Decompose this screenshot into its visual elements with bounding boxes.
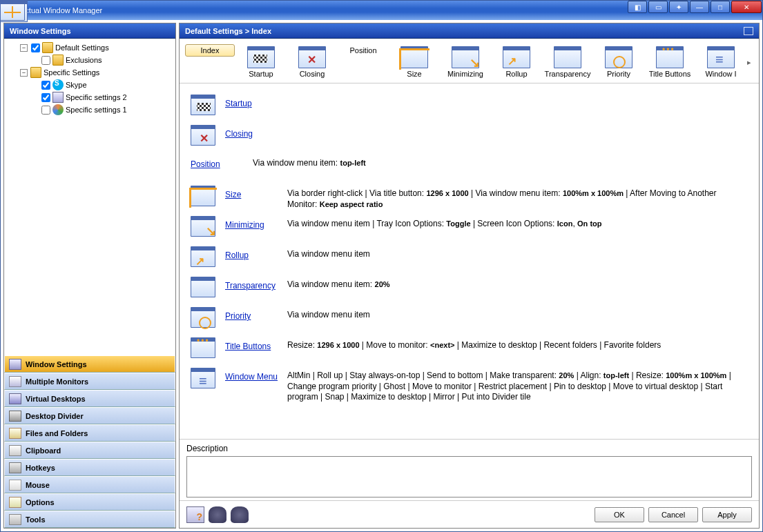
index-desc [287,125,748,128]
index-row: MinimizingVia window menu item | Tray Ic… [191,216,748,241]
index-link-rollup[interactable]: Rollup [225,246,287,260]
index-desc: AltMin | Roll up | Stay always-on-top | … [287,368,748,403]
apply-button[interactable]: Apply [702,507,752,522]
index-row: RollupVia window menu item [191,246,748,271]
tool-window-i[interactable]: Window I [696,44,746,80]
index-row: SizeVia border right-click | Via title b… [191,186,748,210]
tool-label: Window I [705,70,736,78]
ok-button[interactable]: OK [595,507,644,522]
index-list[interactable]: StartupClosingPositionVia window menu it… [180,83,759,439]
index-link-closing[interactable]: Closing [225,125,287,139]
index-row: PositionVia window menu item: top-left [191,155,748,180]
tb-extra-1[interactable]: ◧ [628,1,647,13]
index-icon [191,307,215,328]
index-link-transparency[interactable]: Transparency [225,277,287,290]
nav-item-multiple-monitors[interactable]: Multiple Monitors [4,373,175,390]
left-header: Window Settings [4,23,175,39]
footer-icon-3[interactable] [231,506,249,523]
app-icon [52,92,64,103]
close-button[interactable]: ✕ [731,1,762,13]
tool-transparency[interactable]: Transparency [543,44,592,80]
nav-item-clipboard[interactable]: Clipboard [4,442,175,459]
tool-startup[interactable]: Startup [236,44,286,80]
help-icon[interactable] [186,506,204,523]
nav-icon [9,376,21,387]
index-icon [191,95,215,115]
folder-icon [52,55,64,66]
tb-extra-2[interactable]: ▭ [648,1,668,13]
description-section: Description [180,439,759,500]
expand-icon[interactable]: − [20,44,28,52]
tree-node[interactable]: Skype [7,79,173,91]
cancel-button[interactable]: Cancel [648,507,698,522]
tree-checkbox[interactable] [41,56,50,65]
nav-item-window-settings[interactable]: Window Settings [4,355,175,373]
tb-extra-3[interactable]: ✦ [669,1,688,13]
index-link-title-buttons[interactable]: Title Buttons [225,337,287,351]
nav-label: Mouse [26,481,50,489]
tool-rollup[interactable]: Rollup [492,44,541,80]
tool-icon [503,46,530,68]
nav-item-files-and-folders[interactable]: Files and Folders [4,424,175,442]
tool-label: Minimizing [447,70,483,78]
nav-label: Window Settings [26,360,87,368]
tree-node[interactable]: −Default Settings [7,41,173,54]
nav-icon [9,497,21,508]
tool-icon [400,46,428,68]
nav-item-hotkeys[interactable]: Hotkeys [4,459,175,476]
description-textarea[interactable] [186,456,752,497]
tool-position[interactable]: Position [338,44,388,57]
nav-label: Multiple Monitors [26,377,88,386]
settings-tree[interactable]: −Default SettingsExclusions−Specific Set… [4,39,175,355]
tool-minimizing[interactable]: Minimizing [441,44,490,80]
tool-priority[interactable]: Priority [594,44,644,80]
tool-icon [247,46,275,68]
maximize-button[interactable]: □ [711,1,730,13]
tree-checkbox[interactable] [31,43,40,52]
minimize-button[interactable]: — [690,1,709,13]
tree-node[interactable]: Specific settings 1 [7,104,173,116]
index-link-minimizing[interactable]: Minimizing [225,216,287,230]
detach-icon[interactable] [744,27,753,35]
toolbar-scroll-right[interactable]: ▸ [747,58,751,67]
index-desc: Via window menu item: top-left [253,155,748,169]
tool-label: Startup [249,70,273,78]
expand-icon[interactable]: − [20,69,28,77]
folder-icon [30,67,41,78]
app-title: Actual Window Manager [20,6,102,14]
nav-label: Desktop Divider [26,412,84,420]
tree-checkbox[interactable] [41,81,50,90]
tool-closing[interactable]: Closing [287,44,337,80]
tool-label: Index [201,46,220,55]
nav-item-options[interactable]: Options [4,493,175,511]
nav-item-desktop-divider[interactable]: Desktop Divider [4,407,175,424]
index-link-startup[interactable]: Startup [225,95,287,108]
nav-item-virtual-desktops[interactable]: Virtual Desktops [4,390,175,407]
nav-item-tools[interactable]: Tools [4,511,175,528]
titlebar[interactable]: Actual Window Manager ◧ ▭ ✦ — □ ✕ [1,1,762,20]
tool-size[interactable]: Size [389,44,439,80]
index-link-position[interactable]: Position [191,155,253,169]
index-desc: Via border right-click | Via title butto… [287,186,748,210]
index-desc [287,95,748,97]
index-link-window-menu[interactable]: Window Menu [225,368,287,382]
footer-icon-2[interactable] [209,506,226,523]
nav-icon [9,393,21,404]
index-link-size[interactable]: Size [225,186,287,199]
tree-node[interactable]: Exclusions [7,54,173,66]
tool-title-buttons[interactable]: Title Buttons [645,44,695,80]
tree-checkbox[interactable] [41,106,50,115]
index-row: TransparencyVia window menu item: 20% [191,277,748,302]
tool-icon [298,46,326,68]
tree-node[interactable]: Specific settings 2 [7,91,173,104]
index-icon [191,186,215,206]
nav-item-mouse[interactable]: Mouse [4,476,175,493]
tree-node[interactable]: −Specific Settings [7,66,173,79]
tree-checkbox[interactable] [41,93,50,102]
index-desc: Via window menu item [287,307,748,321]
app-window: Actual Window Manager ◧ ▭ ✦ — □ ✕ Window… [0,0,763,532]
index-icon [191,246,215,267]
breadcrumb: Default Settings > Index [180,23,759,39]
index-link-priority[interactable]: Priority [225,307,287,321]
tool-index[interactable]: Index [185,44,235,57]
